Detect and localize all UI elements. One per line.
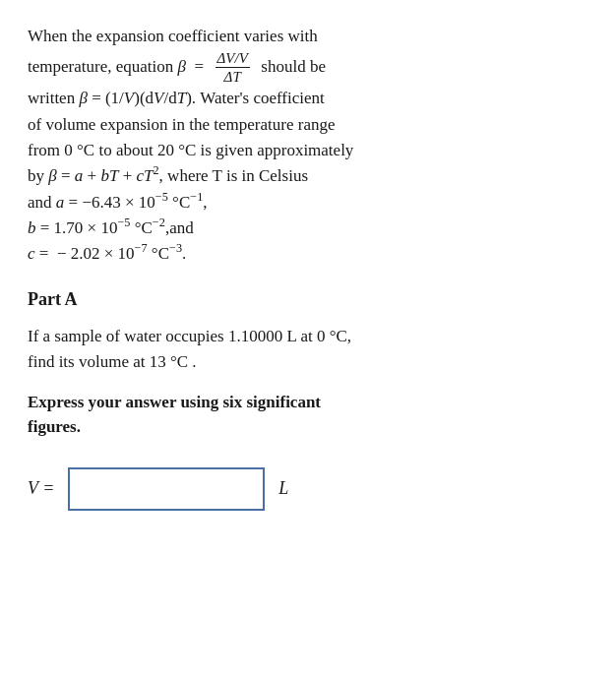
fraction-numerator: ΔV/V bbox=[216, 49, 250, 68]
part-a-question: If a sample of water occupies 1.10000 L … bbox=[28, 324, 585, 376]
unit-label: L bbox=[278, 478, 288, 499]
delta-fraction: ΔV/V ΔT bbox=[216, 49, 250, 86]
express-answer: Express your answer using six significan… bbox=[28, 391, 585, 439]
intro-line4: from 0 °C to about 20 °C is given approx… bbox=[28, 141, 353, 159]
intro-text: When the expansion coefficient varies wi… bbox=[28, 24, 585, 268]
should-be-text: should be bbox=[261, 57, 326, 76]
intro-line8: c = − 2.02 × 10−7 °C−3. bbox=[28, 244, 186, 263]
intro-line7: b = 1.70 × 10−5 °C−2,and bbox=[28, 218, 194, 237]
intro-line5: by β = a + bT + cT2, where T is in Celsi… bbox=[28, 166, 308, 185]
intro-line2: written β = (1/V)(dV/dT). Water's coeffi… bbox=[28, 89, 325, 107]
intro-line1: When the expansion coefficient varies wi… bbox=[28, 27, 318, 45]
v-equals-label: V = bbox=[28, 478, 54, 499]
intro-line3: of volume expansion in the temperature r… bbox=[28, 115, 336, 134]
fraction-denominator: ΔT bbox=[222, 68, 243, 86]
equation-beta: temperature, equation β = ΔV/V ΔT should… bbox=[28, 57, 326, 76]
intro-line6: and a = −6.43 × 10−5 °C−1, bbox=[28, 193, 208, 212]
express-line2: figures. bbox=[28, 417, 81, 436]
part-a-header: Part A bbox=[28, 289, 585, 310]
answer-input[interactable] bbox=[68, 467, 265, 511]
express-line1: Express your answer using six significan… bbox=[28, 393, 321, 411]
answer-row: V = L bbox=[28, 467, 585, 511]
content-area: When the expansion coefficient varies wi… bbox=[28, 24, 585, 511]
question-line2: find its volume at 13 °C . bbox=[28, 352, 197, 371]
question-line1: If a sample of water occupies 1.10000 L … bbox=[28, 327, 351, 345]
